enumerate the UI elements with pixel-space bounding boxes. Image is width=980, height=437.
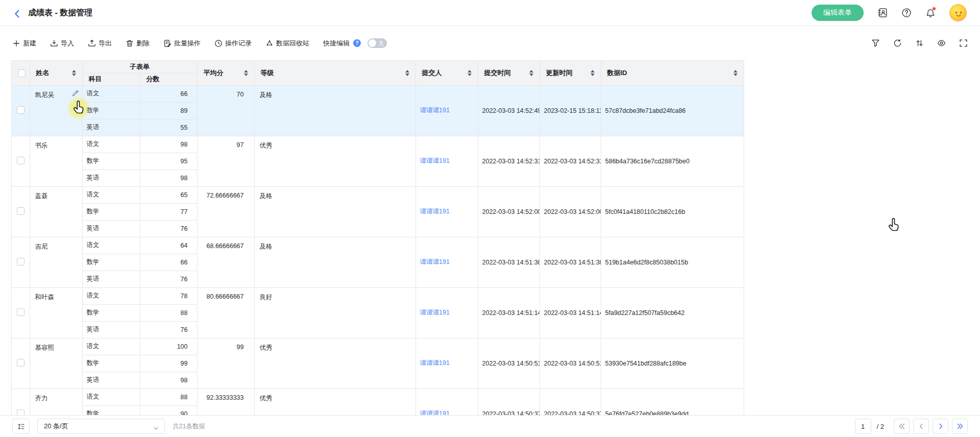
row-checkbox[interactable] (17, 258, 24, 265)
table-header: 姓名 子表单 平均分 等级 提交人 提交时间 (12, 61, 744, 85)
sort-data-id-icon[interactable] (733, 70, 738, 76)
header-score[interactable]: 分数 (140, 73, 197, 85)
table-row[interactable]: 齐力 语文 88 92.33333333 优秀 谭谭谭191 2022-03-0… (12, 389, 744, 405)
row-height-button[interactable] (12, 419, 30, 434)
cell-data-id: 519b1a4e6d2f8c85038b015b (601, 237, 744, 287)
header-subject[interactable]: 科目 (82, 73, 140, 85)
row-checkbox[interactable] (17, 106, 24, 114)
table-row[interactable]: 慕容熙 语文 100 99 优秀 谭谭谭191 2022-03-03 14:50… (12, 338, 744, 355)
cell-update-time: 2022-03-03 14:51:38 (540, 237, 601, 287)
row-checkbox[interactable] (17, 359, 24, 367)
plus-icon (12, 39, 20, 47)
batch-operate-button[interactable]: 批量操作 (163, 39, 201, 48)
help-icon[interactable] (901, 8, 912, 18)
header-update-time[interactable]: 更新时间 (540, 61, 601, 85)
table-row[interactable]: 盖聂 语文 65 72.66666667 及格 谭谭谭191 2022-03-0… (12, 186, 744, 203)
submitter-link[interactable]: 谭谭谭191 (420, 258, 450, 265)
cell-submitter: 谭谭谭191 (415, 85, 478, 136)
back-icon[interactable] (13, 9, 21, 17)
header-grade[interactable]: 等级 (254, 61, 415, 85)
cell-name: 齐力 (30, 389, 82, 415)
recycle-bin-button[interactable]: 数据回收站 (265, 39, 309, 48)
cell-data-id: 53930e7541bdf288afc189be (601, 338, 744, 389)
cell-grade: 及格 (254, 237, 415, 287)
cell-subject: 数学 (82, 203, 140, 220)
new-button[interactable]: 新建 (12, 39, 36, 48)
sort-name-icon[interactable] (72, 70, 76, 76)
row-checkbox[interactable] (17, 207, 24, 215)
table-row[interactable]: 书乐 语文 98 97 优秀 谭谭谭191 2022-03-03 14:52:3… (12, 136, 744, 153)
sort-update-time-icon[interactable] (591, 70, 595, 76)
cell-score: 88 (140, 389, 197, 405)
export-button[interactable]: 导出 (88, 39, 112, 48)
cell-subject: 数学 (82, 405, 140, 415)
table-row[interactable]: 和叶森 语文 78 80.66666667 良好 谭谭谭191 2022-03-… (12, 287, 744, 304)
data-table: 姓名 子表单 平均分 等级 提交人 提交时间 (11, 60, 744, 415)
row-select-cell (12, 389, 30, 415)
cell-subject: 语文 (82, 338, 140, 355)
table-row[interactable]: 吉尼 语文 64 68.66666667 及格 谭谭谭191 2022-03-0… (12, 237, 744, 254)
cell-subject: 语文 (82, 85, 140, 102)
quick-edit-toggle[interactable]: 关 (368, 38, 387, 48)
edit-form-button[interactable]: 编辑表单 (812, 5, 864, 21)
cell-score: 98 (140, 169, 197, 186)
row-checkbox[interactable] (17, 157, 24, 164)
page-number-input[interactable] (855, 419, 871, 434)
eye-icon[interactable] (937, 39, 946, 47)
header-data-id[interactable]: 数据ID (601, 61, 744, 85)
sort-submit-time-icon[interactable] (529, 70, 533, 76)
next-page-button[interactable] (933, 419, 948, 434)
submitter-link[interactable]: 谭谭谭191 (420, 208, 450, 215)
refresh-icon[interactable] (893, 39, 902, 47)
fullscreen-icon[interactable] (959, 39, 968, 47)
notification-dot (932, 7, 936, 11)
header-submitter[interactable]: 提交人 (415, 61, 478, 85)
cell-submit-time: 2022-03-03 14:50:51 (478, 338, 540, 389)
table-row[interactable]: 凯尼吴 语文 66 70 及格 谭谭谭191 2022-03-03 14:52:… (12, 85, 744, 102)
filter-icon[interactable] (871, 39, 880, 47)
avatar[interactable] (949, 4, 967, 21)
sort-average-icon[interactable] (244, 70, 248, 76)
cell-score: 100 (140, 338, 197, 355)
cell-score: 64 (140, 237, 197, 254)
import-button[interactable]: 导入 (50, 39, 74, 48)
submitter-link[interactable]: 谭谭谭191 (420, 309, 450, 316)
header-name[interactable]: 姓名 (30, 61, 82, 85)
sort-grade-icon[interactable] (405, 70, 409, 76)
edit-pencil-icon[interactable] (72, 89, 80, 98)
row-select-cell (12, 237, 30, 287)
select-all-checkbox[interactable] (18, 69, 26, 77)
first-page-button[interactable] (894, 419, 910, 434)
row-checkbox[interactable] (17, 409, 24, 416)
operation-history-button[interactable]: 操作记录 (214, 39, 252, 48)
last-page-button[interactable] (952, 419, 968, 434)
quick-edit-help-icon[interactable]: ? (353, 39, 361, 47)
chevron-down-icon (154, 424, 158, 429)
cell-update-time: 2022-03-03 14:52:31 (540, 136, 601, 186)
cell-subject: 英语 (82, 271, 140, 287)
prev-page-button[interactable] (913, 419, 929, 434)
header-submit-time[interactable]: 提交时间 (478, 61, 540, 85)
contacts-book-icon[interactable] (877, 8, 888, 18)
submitter-link[interactable]: 谭谭谭191 (420, 107, 450, 114)
delete-button[interactable]: 删除 (126, 39, 150, 48)
cell-score: 77 (140, 203, 197, 220)
submitter-link[interactable]: 谭谭谭191 (420, 410, 450, 415)
cell-update-time: 2023-02-15 15:18:11 (540, 85, 601, 136)
cell-subject: 数学 (82, 254, 140, 271)
submitter-link[interactable]: 谭谭谭191 (420, 157, 450, 164)
submitter-link[interactable]: 谭谭谭191 (420, 359, 450, 367)
row-checkbox[interactable] (17, 308, 24, 316)
header-average[interactable]: 平均分 (197, 61, 254, 85)
cell-submit-time: 2022-03-03 14:52:31 (478, 136, 540, 186)
sort-icon[interactable] (915, 39, 924, 47)
header-subform: 子表单 (82, 61, 197, 73)
quick-edit-control: 快捷编辑 ? 关 (323, 38, 387, 48)
cursor-pointer-icon (888, 217, 900, 233)
cell-submitter: 谭谭谭191 (415, 186, 478, 237)
row-select-cell (12, 186, 30, 237)
page-size-select[interactable]: 20 条/页 (37, 419, 165, 434)
notification-bell-icon[interactable] (925, 8, 936, 18)
sort-submitter-icon[interactable] (468, 70, 472, 76)
cell-score: 98 (140, 372, 197, 389)
